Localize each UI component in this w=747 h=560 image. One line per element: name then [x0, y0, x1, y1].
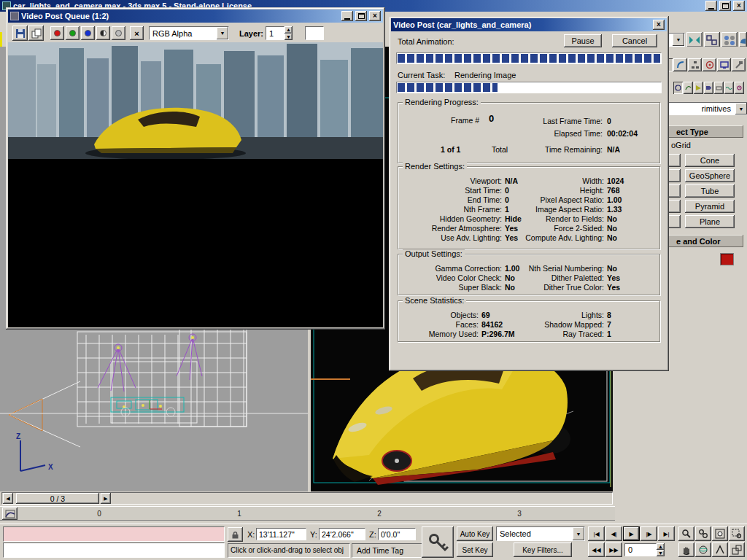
tab-hierarchy[interactable]	[688, 58, 702, 71]
setting-label: Hidden Geometry:	[400, 214, 502, 223]
lights-icon[interactable]	[694, 82, 703, 94]
chevron-down-icon[interactable]: ▼	[217, 27, 228, 39]
green-channel-icon[interactable]	[66, 26, 80, 40]
primitive-category-value: rimitives	[702, 104, 731, 113]
chevron-down-icon[interactable]: ▼	[735, 103, 747, 114]
total-animation-label: Total Animation:	[398, 37, 454, 46]
mono-channel-icon[interactable]	[96, 26, 110, 40]
min-max-toggle-icon[interactable]	[729, 542, 745, 557]
z-coordinate-field[interactable]: 0'0.0"	[378, 528, 416, 540]
align-icon[interactable]	[704, 32, 720, 47]
x-coordinate-field[interactable]: 13'11.127"	[256, 528, 306, 540]
zoom-all-icon[interactable]	[695, 526, 711, 541]
tab-display[interactable]	[717, 58, 731, 71]
pause-button[interactable]: Pause	[564, 34, 602, 47]
key-filters-button[interactable]: Key Filters...	[514, 542, 572, 557]
tab-modify[interactable]	[673, 58, 687, 71]
maximize-icon[interactable]	[719, 1, 731, 11]
render-scene-icon[interactable]	[739, 32, 747, 47]
spinner-down-icon[interactable]: ▼	[657, 550, 665, 556]
arc-rotate-icon[interactable]	[695, 542, 711, 557]
scene-statistics-group: Scene Statistics: Objects: 69 Lights: 8 …	[398, 300, 660, 342]
cameras-icon[interactable]	[704, 82, 713, 94]
vpq-titlebar[interactable]: Video Post Queue (1:2) ×	[8, 9, 383, 23]
time-slider-button[interactable]: 0 / 3	[16, 493, 99, 504]
object-type-button[interactable]: Cone	[685, 154, 735, 167]
layer-field[interactable]: 1	[266, 26, 285, 40]
channel-display-dropdown[interactable]: RGB Alpha ▼	[149, 26, 229, 40]
vp-dialog-titlebar[interactable]: Video Post (car_lights_and_camera) ×	[391, 18, 667, 31]
object-type-button[interactable]: Plane	[685, 215, 735, 228]
go-to-end-icon[interactable]: ▶|	[658, 526, 675, 541]
minimize-icon[interactable]	[341, 11, 353, 21]
systems-icon[interactable]	[735, 82, 744, 94]
selection-filter-dropdown[interactable]: Selected ▼	[496, 526, 585, 541]
region-zoom-icon[interactable]	[729, 526, 745, 541]
tab-motion[interactable]	[703, 58, 716, 71]
spinner-down-icon[interactable]: ▼	[285, 34, 293, 41]
auto-key-button[interactable]: Auto Key	[457, 526, 493, 541]
close-icon[interactable]: ×	[369, 11, 381, 21]
minimize-icon[interactable]	[705, 1, 717, 11]
object-type-button[interactable]: GeoSphere	[685, 169, 735, 182]
spinner-up-icon[interactable]: ▲	[285, 26, 293, 34]
pan-hand-icon[interactable]	[678, 542, 694, 557]
previous-frame-icon[interactable]: ◀|	[605, 526, 622, 541]
blue-channel-icon[interactable]	[81, 26, 95, 40]
cancel-button[interactable]: Cancel	[612, 34, 657, 47]
selection-lock-icon[interactable]	[228, 527, 243, 542]
alpha-channel-icon[interactable]	[112, 26, 125, 40]
autogrid-checkbox[interactable]: oGrid	[671, 141, 691, 149]
next-key-icon[interactable]: ▶▶	[605, 542, 622, 557]
setting-value: No	[607, 233, 617, 242]
tab-utilities[interactable]	[732, 58, 746, 71]
clone-image-icon[interactable]	[28, 26, 44, 41]
object-type-button[interactable]: Pyramid	[685, 200, 735, 213]
spinner-up-icon[interactable]: ▲	[657, 543, 665, 550]
go-to-start-icon[interactable]: |◀	[588, 526, 605, 541]
zoom-icon[interactable]	[678, 526, 694, 541]
chevron-down-icon[interactable]: ▼	[573, 527, 584, 540]
setting-label: Pixel Aspect Ratio:	[502, 195, 604, 204]
city-render	[8, 42, 383, 159]
chevron-down-icon[interactable]: ▼	[673, 34, 684, 46]
track-bar[interactable]: 0123	[0, 506, 615, 521]
setting-label: Render Atmosphere:	[400, 224, 502, 233]
field-of-view-icon[interactable]	[712, 542, 728, 557]
object-type-button[interactable]: Tube	[685, 184, 735, 198]
current-frame-field[interactable]: 0	[624, 543, 657, 556]
material-editor-icon[interactable]	[721, 32, 738, 47]
next-frame-icon[interactable]: |▶	[640, 526, 657, 541]
time-step-forward-icon[interactable]: ▶	[101, 493, 111, 504]
red-channel-icon[interactable]	[50, 26, 64, 40]
clear-image-icon[interactable]: ×	[130, 26, 144, 40]
mirror-icon[interactable]	[686, 32, 703, 47]
setting-label: Lights:	[502, 311, 604, 319]
y-coordinate-field[interactable]: 24'2.066"	[319, 528, 365, 540]
set-key-button[interactable]: Set Key	[457, 542, 493, 557]
object-color-swatch[interactable]	[721, 254, 733, 265]
add-time-tag[interactable]: Add Time Tag	[352, 543, 425, 558]
maxscript-listener-pane[interactable]	[3, 542, 225, 558]
helpers-icon[interactable]	[714, 82, 724, 94]
play-icon[interactable]: ▶	[623, 526, 640, 541]
set-keys-key-icon[interactable]	[422, 526, 454, 558]
mini-curve-editor-icon[interactable]	[2, 508, 18, 520]
background-color-swatch[interactable]	[305, 26, 324, 40]
trackbar-tick: 2	[371, 510, 388, 518]
close-icon[interactable]: ×	[653, 20, 665, 30]
shapes-icon[interactable]	[684, 82, 693, 94]
zoom-extents-icon[interactable]	[712, 526, 728, 541]
space-warps-icon[interactable]	[724, 82, 734, 94]
save-image-icon[interactable]	[12, 26, 28, 41]
layer-spinner[interactable]: ▲ ▼	[285, 26, 293, 40]
maximize-icon[interactable]	[355, 11, 367, 21]
previous-key-icon[interactable]: ◀◀	[588, 542, 605, 557]
close-icon[interactable]: ×	[733, 1, 745, 11]
frame-spinner[interactable]: ▲ ▼	[657, 543, 665, 556]
geometry-icon[interactable]	[673, 82, 683, 94]
maxscript-macro-pane[interactable]	[3, 526, 225, 542]
setting-label: Start Time:	[400, 186, 502, 195]
time-step-back-icon[interactable]: ◀	[3, 493, 13, 504]
rendering-progress-group: Rendering Progress: Frame # 0 Last Frame…	[398, 102, 660, 163]
